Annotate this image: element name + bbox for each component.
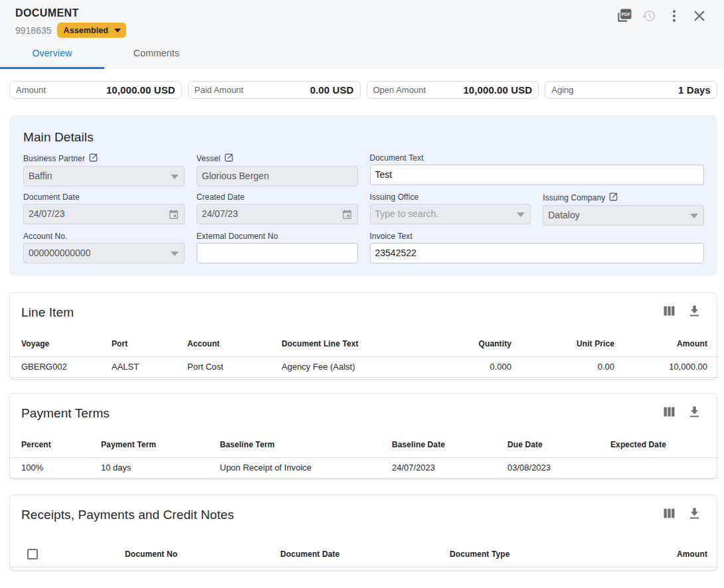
main-details-section: Main Details Business Partner Baffin <box>9 115 717 276</box>
vessel-field-group: Vessel Glorious Bergen <box>197 153 358 186</box>
receipts-section: Receipts, Payments and Credit Notes <box>9 494 717 571</box>
column-header-port[interactable]: Port <box>112 321 187 357</box>
column-header-baseline-term[interactable]: Baseline Term <box>220 422 392 458</box>
column-settings-button[interactable] <box>664 508 675 520</box>
tab-overview-label: Overview <box>33 48 72 58</box>
document-number: 9918635 <box>15 25 52 36</box>
column-header-percent[interactable]: Percent <box>10 422 101 458</box>
vessel-field: Glorious Bergen <box>197 166 358 186</box>
pdf-icon: PDF <box>616 9 632 25</box>
business-partner-field-group: Business Partner Baffin <box>23 153 185 186</box>
external-document-no-input[interactable] <box>197 243 358 263</box>
column-settings-button[interactable] <box>664 306 675 318</box>
document-date-label: Document Date <box>23 192 185 202</box>
close-button[interactable] <box>687 7 712 26</box>
business-partner-label: Business Partner <box>23 153 185 165</box>
line-item-table: Voyage Port Account Document Line Text Q… <box>10 321 719 378</box>
cell-account: Port Cost <box>187 356 282 377</box>
column-header-document-no[interactable]: Document No <box>125 524 280 567</box>
external-document-no-label: External Document No <box>197 232 358 242</box>
svg-text:PDF: PDF <box>621 12 630 17</box>
chevron-down-icon <box>108 29 121 33</box>
open-in-new-icon[interactable] <box>605 192 618 204</box>
column-header-quantity[interactable]: Quantity <box>418 321 511 357</box>
select-all-checkbox[interactable] <box>27 549 38 559</box>
status-badge[interactable]: Assembled <box>57 23 127 38</box>
main-details-title: Main Details <box>23 129 704 145</box>
column-header-account[interactable]: Account <box>187 321 282 357</box>
column-header-due-date[interactable]: Due Date <box>507 422 610 458</box>
receipts-table: Document No Document Date Document Type … <box>10 524 719 567</box>
vessel-label: Vessel <box>197 153 358 165</box>
tab-overview[interactable]: Overview <box>0 40 104 69</box>
account-no-field-group: Account No. 000000000000 <box>23 232 185 263</box>
column-header-amount[interactable]: Amount <box>618 524 719 567</box>
payment-terms-row[interactable]: 100% 10 days Upon Receipt of Invoice 24/… <box>10 457 719 478</box>
open-in-new-icon[interactable] <box>221 153 233 165</box>
history-button[interactable] <box>636 7 662 26</box>
payment-terms-title: Payment Terms <box>21 405 110 421</box>
history-icon <box>642 9 656 25</box>
summary-card-aging: Aging 1 Days <box>545 81 717 99</box>
tab-comments[interactable]: Comments <box>104 40 209 69</box>
overview-panel: Amount 10,000.00 USD Paid Amount 0.00 US… <box>0 69 724 571</box>
cell-percent: 100% <box>10 457 101 478</box>
payment-terms-table: Percent Payment Term Baseline Term Basel… <box>10 422 719 478</box>
document-date-field: 24/07/23 <box>23 204 185 224</box>
tab-bar: Overview Comments <box>0 40 209 69</box>
pdf-export-button[interactable]: PDF <box>611 7 636 26</box>
summary-row: Amount 10,000.00 USD Paid Amount 0.00 US… <box>9 81 717 99</box>
cell-amount: 10,000.00 <box>614 356 719 377</box>
column-header-document-type[interactable]: Document Type <box>450 524 618 567</box>
column-header-unit-price[interactable]: Unit Price <box>511 321 614 357</box>
column-header-document-date[interactable]: Document Date <box>280 524 450 567</box>
cell-expected-date <box>610 457 719 478</box>
created-date-field: 24/07/23 <box>197 204 358 224</box>
invoice-text-field-group: Invoice Text <box>370 232 705 263</box>
column-settings-button[interactable] <box>664 407 675 419</box>
download-icon <box>689 305 699 319</box>
download-button[interactable] <box>689 305 699 319</box>
business-partner-select: Baffin <box>23 166 185 186</box>
document-text-field-group: Document Text <box>370 153 705 186</box>
dropdown-arrow-icon <box>517 212 525 217</box>
invoice-text-label: Invoice Text <box>370 232 705 242</box>
cell-unit-price: 0.00 <box>511 356 614 377</box>
column-header-baseline-date[interactable]: Baseline Date <box>392 422 507 458</box>
document-text-input[interactable] <box>370 165 705 185</box>
column-header-payment-term[interactable]: Payment Term <box>101 422 220 458</box>
invoice-text-input[interactable] <box>370 243 705 263</box>
issuing-office-select: Type to search. <box>370 204 531 224</box>
calendar-icon <box>341 209 353 222</box>
cell-baseline-term: Upon Receipt of Invoice <box>220 457 392 478</box>
document-header: DOCUMENT PDF <box>0 0 724 69</box>
cell-voyage: GBERG002 <box>10 356 112 377</box>
account-no-select: 000000000000 <box>23 243 185 263</box>
download-button[interactable] <box>689 508 699 521</box>
close-icon <box>694 11 705 23</box>
summary-value: 0.00 USD <box>310 84 354 96</box>
summary-label: Aging <box>551 85 573 95</box>
view-columns-icon <box>664 306 675 318</box>
column-header-voyage[interactable]: Voyage <box>10 321 112 357</box>
dropdown-arrow-icon <box>690 214 698 218</box>
line-item-row[interactable]: GBERG002 AALST Port Cost Agency Fee (Aal… <box>10 356 719 377</box>
kebab-menu-icon <box>672 10 676 24</box>
column-header-expected-date[interactable]: Expected Date <box>610 422 719 458</box>
column-header-document-line-text[interactable]: Document Line Text <box>282 321 418 357</box>
cell-document-line-text: Agency Fee (Aalst) <box>282 356 418 377</box>
summary-label: Amount <box>16 85 46 95</box>
summary-card-open-amount: Open Amount 10,000.00 USD <box>367 81 539 99</box>
more-options-button[interactable] <box>662 7 687 26</box>
created-date-label: Created Date <box>197 192 358 202</box>
download-icon <box>689 508 699 521</box>
cell-payment-term: 10 days <box>101 457 220 478</box>
summary-value: 1 Days <box>678 84 711 96</box>
summary-value: 10,000.00 USD <box>106 84 175 96</box>
download-button[interactable] <box>689 406 699 419</box>
column-header-amount[interactable]: Amount <box>614 321 719 357</box>
header-actions: PDF <box>611 7 712 26</box>
cell-port: AALST <box>112 356 187 377</box>
cell-baseline-date: 24/07/2023 <box>392 457 507 478</box>
open-in-new-icon[interactable] <box>85 153 98 165</box>
